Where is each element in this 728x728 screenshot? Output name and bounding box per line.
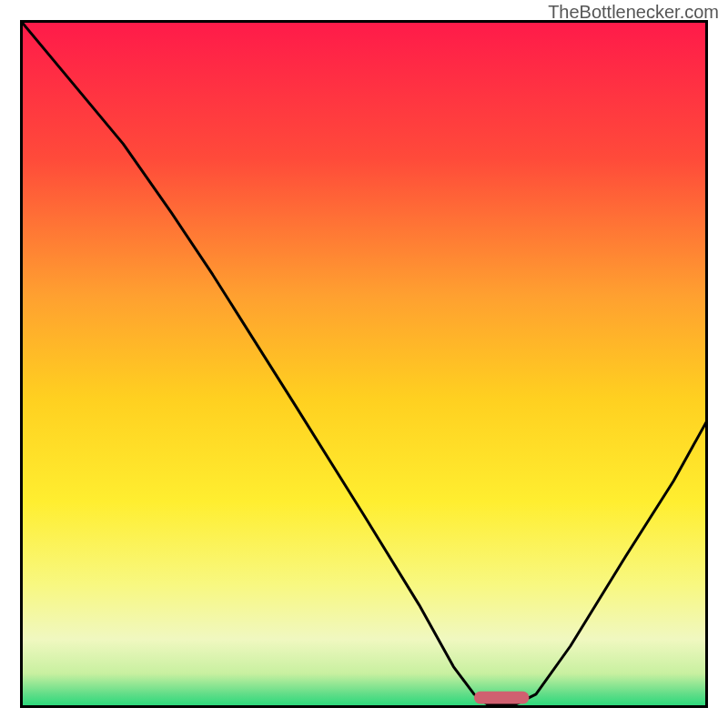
gradient-background xyxy=(20,20,708,708)
watermark-text: TheBottlenecker.com xyxy=(548,2,719,23)
chart-svg xyxy=(20,20,708,708)
plot-area xyxy=(20,20,708,708)
chart-container: TheBottlenecker.com xyxy=(0,0,728,728)
optimal-marker xyxy=(474,692,529,704)
